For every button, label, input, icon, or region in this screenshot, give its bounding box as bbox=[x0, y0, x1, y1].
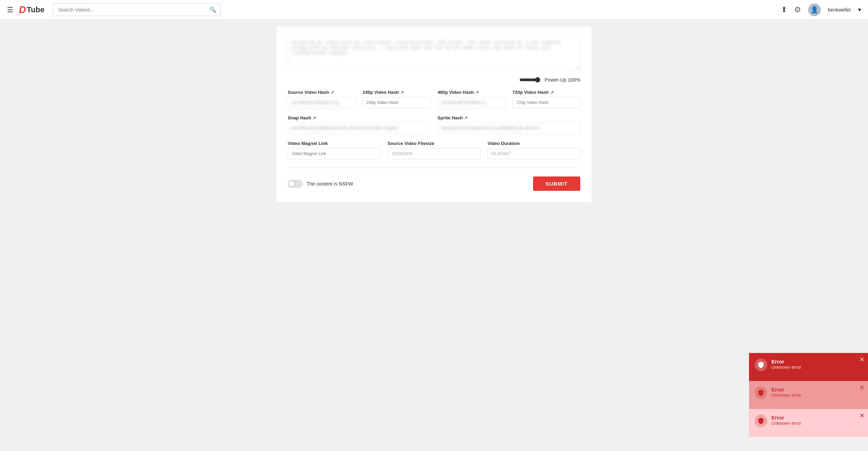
nsfw-label: The content is NSFW bbox=[307, 181, 353, 187]
divider bbox=[288, 168, 580, 168]
p240-video-hash-group: 240p Video Hash ↗ bbox=[363, 90, 430, 108]
duration-input[interactable] bbox=[488, 148, 580, 159]
username-label[interactable]: benkweller bbox=[828, 7, 851, 13]
source-video-hash-group: Source Video Hash ↗ bbox=[288, 90, 356, 108]
notification-message-2: Unknown error bbox=[771, 393, 862, 398]
menu-icon[interactable]: ☰ bbox=[7, 6, 13, 14]
notification-content-3: Error Unknown error bbox=[771, 415, 862, 426]
upload-icon[interactable]: ⬆ bbox=[781, 5, 787, 14]
sprite-hash-external-link-icon[interactable]: ↗ bbox=[464, 116, 468, 120]
notification-title-1: Error bbox=[771, 359, 862, 365]
source-video-hash-input[interactable] bbox=[288, 97, 356, 108]
notification-2: Error Unknown error ✕ bbox=[749, 381, 868, 409]
notification-message-1: Unknown error bbox=[771, 365, 862, 370]
snap-hash-input[interactable] bbox=[288, 123, 430, 134]
footer-row: The content is NSFW SUBMIT bbox=[288, 176, 580, 191]
duration-label: Video Duration bbox=[488, 141, 580, 146]
nsfw-toggle[interactable] bbox=[288, 180, 302, 188]
settings-icon[interactable]: ⚙ bbox=[794, 5, 801, 14]
p480-hash-external-link-icon[interactable]: ↗ bbox=[475, 90, 479, 95]
description-textarea[interactable]: brushing my teeth with an old-school, ha… bbox=[288, 35, 580, 70]
magnet-link-input[interactable] bbox=[288, 148, 380, 159]
filesize-input[interactable] bbox=[387, 148, 480, 159]
notification-close-button-2[interactable]: ✕ bbox=[859, 384, 864, 391]
search-input[interactable] bbox=[53, 4, 205, 15]
p720-video-hash-group: 720p Video Hash ↗ bbox=[512, 90, 580, 108]
p720-video-hash-input[interactable] bbox=[512, 97, 580, 108]
notification-content-1: Error Unknown error bbox=[771, 359, 862, 370]
sprite-hash-group: Sprite Hash ↗ bbox=[438, 115, 580, 134]
logo-tube-text: Tube bbox=[27, 5, 44, 14]
sprite-hash-input[interactable] bbox=[438, 123, 580, 134]
video-meta-row: Video Magnet Link Source Video Filesize … bbox=[288, 141, 580, 159]
notification-close-button-3[interactable]: ✕ bbox=[859, 412, 864, 419]
p720-video-hash-label: 720p Video Hash ↗ bbox=[512, 90, 580, 95]
p240-video-hash-input[interactable] bbox=[363, 97, 430, 108]
powerup-row: Power-Up 100% bbox=[288, 77, 580, 83]
logo[interactable]: DTube bbox=[19, 4, 44, 15]
p240-hash-external-link-icon[interactable]: ↗ bbox=[400, 90, 404, 95]
search-button[interactable]: 🔍 bbox=[205, 4, 220, 16]
source-hash-external-link-icon[interactable]: ↗ bbox=[330, 90, 334, 95]
snap-sprite-row: Snap Hash ↗ Sprite Hash ↗ bbox=[288, 115, 580, 134]
powerup-label: Power-Up 100% bbox=[545, 77, 580, 83]
nsfw-toggle-group: The content is NSFW bbox=[288, 180, 353, 188]
header: ☰ DTube 🔍 ⬆ ⚙ 👤 benkweller ▾ bbox=[0, 0, 868, 20]
p480-video-hash-group: 480p Video Hash ↗ bbox=[438, 90, 505, 108]
avatar[interactable]: 👤 bbox=[808, 4, 821, 16]
notifications-container: Error Unknown error ✕ Error Unknown erro… bbox=[749, 353, 868, 437]
p480-video-hash-input[interactable] bbox=[438, 97, 505, 108]
toggle-knob bbox=[288, 181, 295, 187]
snap-hash-group: Snap Hash ↗ bbox=[288, 115, 430, 134]
p720-hash-external-link-icon[interactable]: ↗ bbox=[550, 90, 554, 95]
notification-message-3: Unknown error bbox=[771, 421, 862, 426]
hash-grid: Source Video Hash ↗ 240p Video Hash ↗ 48… bbox=[288, 90, 580, 108]
notification-shield-icon-2 bbox=[755, 387, 767, 399]
filesize-label: Source Video Filesize bbox=[387, 141, 480, 146]
notification-3: Error Unknown error ✕ bbox=[749, 409, 868, 437]
chevron-down-icon: ▾ bbox=[858, 6, 861, 13]
filesize-group: Source Video Filesize bbox=[387, 141, 480, 159]
logo-d-icon: D bbox=[19, 4, 26, 15]
main-content: brushing my teeth with an old-school, ha… bbox=[0, 20, 868, 209]
notification-title-3: Error bbox=[771, 415, 862, 421]
snap-hash-label: Snap Hash ↗ bbox=[288, 115, 430, 120]
magnet-link-group: Video Magnet Link bbox=[288, 141, 380, 159]
search-bar: 🔍 bbox=[53, 3, 221, 16]
notification-content-2: Error Unknown error bbox=[771, 387, 862, 398]
p480-video-hash-label: 480p Video Hash ↗ bbox=[438, 90, 505, 95]
source-video-hash-label: Source Video Hash ↗ bbox=[288, 90, 356, 95]
sprite-hash-label: Sprite Hash ↗ bbox=[438, 115, 580, 120]
notification-1: Error Unknown error ✕ bbox=[749, 353, 868, 381]
notification-close-button-1[interactable]: ✕ bbox=[859, 356, 864, 363]
magnet-link-label: Video Magnet Link bbox=[288, 141, 380, 146]
snap-hash-external-link-icon[interactable]: ↗ bbox=[313, 116, 316, 120]
notification-title-2: Error bbox=[771, 387, 862, 393]
submit-button[interactable]: SUBMIT bbox=[533, 176, 581, 191]
notification-shield-icon-3 bbox=[755, 415, 767, 427]
duration-group: Video Duration bbox=[488, 141, 580, 159]
form-container: brushing my teeth with an old-school, ha… bbox=[276, 27, 592, 202]
notification-shield-icon-1 bbox=[755, 359, 767, 371]
header-actions: ⬆ ⚙ 👤 benkweller ▾ bbox=[781, 4, 861, 16]
p240-video-hash-label: 240p Video Hash ↗ bbox=[363, 90, 430, 95]
powerup-slider[interactable] bbox=[519, 77, 540, 83]
